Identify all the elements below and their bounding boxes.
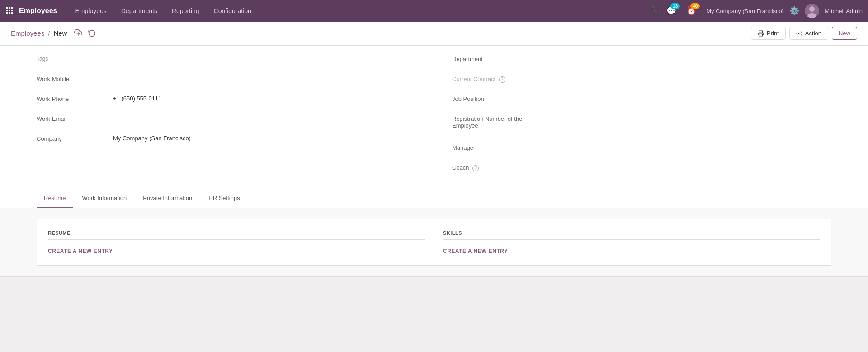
value-department[interactable] (524, 53, 831, 66)
breadcrumb-left: Employees / New (11, 29, 96, 38)
tab-two-col: RESUME CREATE A NEW ENTRY SKILLS CREATE … (48, 230, 820, 254)
nav-configuration[interactable]: Configuration (207, 0, 259, 22)
label-registration-number: Registration Number of the Employee (452, 113, 524, 129)
form-two-col: Tags Work Mobile Work Phone +1 (650) 555… (37, 53, 831, 181)
value-current-contract[interactable] (524, 73, 831, 86)
label-coach: Coach ? (452, 162, 524, 171)
label-department: Department (452, 53, 524, 62)
reset-icon[interactable] (88, 29, 96, 38)
svg-rect-6 (6, 12, 8, 14)
field-row-manager: Manager (452, 142, 831, 158)
clock-badge: 40 (690, 3, 700, 9)
value-coach[interactable] (524, 162, 831, 174)
value-work-email[interactable] (109, 113, 416, 125)
tab-resume[interactable]: Resume (37, 189, 73, 208)
field-row-company: Company My Company (San Francisco) (37, 133, 416, 149)
svg-point-13 (798, 33, 800, 34)
form-col-right: Department Current Contract ? Job Positi… (434, 53, 831, 181)
grid-icon[interactable] (5, 6, 14, 16)
svg-point-9 (809, 6, 815, 12)
svg-rect-3 (6, 10, 8, 11)
breadcrumb-right: Print Action New (751, 27, 857, 40)
label-work-email: Work Email (37, 113, 109, 122)
form-col-left: Tags Work Mobile Work Phone +1 (650) 555… (37, 53, 434, 181)
value-work-mobile[interactable] (109, 73, 416, 86)
nav-items: Employees Departments Reporting Configur… (68, 0, 651, 22)
user-name: Mitchell Admin (825, 8, 863, 14)
svg-rect-4 (9, 10, 10, 11)
breadcrumb-bar: Employees / New (0, 22, 868, 45)
nav-employees[interactable]: Employees (68, 0, 113, 22)
breadcrumb-separator: / (48, 29, 50, 37)
action-label: Action (805, 30, 821, 37)
skills-col: SKILLS CREATE A NEW ENTRY (443, 230, 820, 254)
form-card: Tags Work Mobile Work Phone +1 (650) 555… (0, 45, 868, 277)
tab-private-information[interactable]: Private Information (136, 189, 199, 208)
svg-rect-5 (11, 10, 13, 11)
label-tags: Tags (37, 53, 109, 62)
label-work-phone: Work Phone (37, 93, 109, 102)
svg-point-10 (807, 13, 816, 18)
new-label: New (839, 30, 850, 37)
label-company: Company (37, 133, 109, 142)
main-content: Tags Work Mobile Work Phone +1 (650) 555… (0, 45, 868, 277)
value-work-phone[interactable]: +1 (650) 555-0111 (109, 93, 416, 105)
top-nav: Employees Employees Departments Reportin… (0, 0, 868, 22)
user-avatar[interactable] (805, 4, 819, 18)
label-work-mobile: Work Mobile (37, 73, 109, 82)
field-row-tags: Tags (37, 53, 416, 69)
value-company[interactable]: My Company (San Francisco) (109, 133, 416, 145)
skills-heading: SKILLS (443, 230, 820, 240)
tab-work-information[interactable]: Work Information (75, 189, 134, 208)
label-manager: Manager (452, 142, 524, 151)
value-job-position[interactable] (524, 93, 831, 105)
label-job-position: Job Position (452, 93, 524, 102)
svg-rect-0 (6, 7, 8, 9)
app-title: Employees (19, 7, 57, 15)
resume-create-entry-link[interactable]: CREATE A NEW ENTRY (48, 248, 113, 254)
value-manager[interactable] (524, 142, 831, 154)
company-name: My Company (San Francisco) (706, 8, 784, 14)
phone-icon-btn[interactable]: 📞 (651, 6, 661, 16)
resume-col: RESUME CREATE A NEW ENTRY (48, 230, 425, 254)
tab-content-inner: RESUME CREATE A NEW ENTRY SKILLS CREATE … (37, 219, 831, 266)
tooltip-current-contract: ? (499, 76, 505, 83)
field-row-work-email: Work Email (37, 113, 416, 129)
chat-icon-btn[interactable]: 💬 13 (666, 6, 676, 16)
value-tags[interactable] (109, 53, 416, 66)
action-button[interactable]: Action (789, 27, 828, 40)
tabs-bar: Resume Work Information Private Informat… (0, 189, 868, 208)
field-row-department: Department (452, 53, 831, 69)
breadcrumb-current: New (53, 29, 67, 37)
nav-departments[interactable]: Departments (114, 0, 165, 22)
svg-rect-2 (11, 7, 13, 9)
new-button[interactable]: New (832, 27, 857, 40)
label-current-contract: Current Contract ? (452, 73, 524, 83)
svg-rect-1 (9, 7, 10, 9)
tab-content-resume: RESUME CREATE A NEW ENTRY SKILLS CREATE … (0, 208, 868, 276)
field-row-current-contract: Current Contract ? (452, 73, 831, 89)
form-section: Tags Work Mobile Work Phone +1 (650) 555… (0, 46, 868, 189)
breadcrumb-parent[interactable]: Employees (11, 29, 44, 37)
settings-icon[interactable]: ⚙️ (789, 6, 799, 16)
svg-rect-8 (11, 12, 13, 14)
breadcrumb-actions (74, 29, 96, 38)
value-registration-number[interactable] (524, 113, 831, 125)
field-row-job-position: Job Position (452, 93, 831, 109)
resume-heading: RESUME (48, 230, 425, 240)
clock-icon-btn[interactable]: ⏰ 40 (686, 6, 696, 16)
svg-rect-7 (9, 12, 10, 14)
print-label: Print (767, 30, 779, 37)
field-row-coach: Coach ? (452, 162, 831, 178)
upload-icon[interactable] (74, 29, 82, 38)
svg-rect-12 (760, 34, 763, 36)
tooltip-coach: ? (472, 165, 479, 171)
chat-badge: 13 (670, 3, 680, 9)
field-row-registration-number: Registration Number of the Employee (452, 113, 831, 138)
nav-reporting[interactable]: Reporting (165, 0, 207, 22)
skills-create-entry-link[interactable]: CREATE A NEW ENTRY (443, 248, 508, 254)
tab-hr-settings[interactable]: HR Settings (201, 189, 247, 208)
print-button[interactable]: Print (751, 27, 786, 40)
field-row-work-phone: Work Phone +1 (650) 555-0111 (37, 93, 416, 109)
header-right: 📞 💬 13 ⏰ 40 My Company (San Francisco) ⚙… (651, 4, 863, 18)
